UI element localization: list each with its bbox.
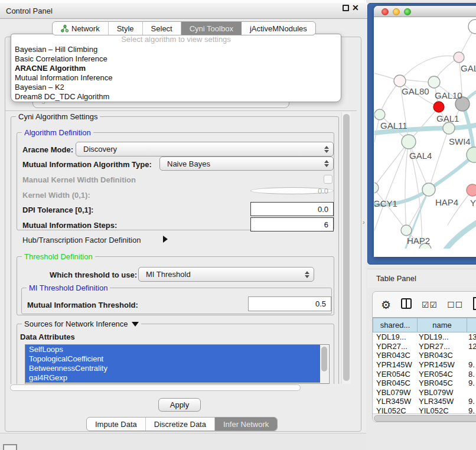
column-header-name[interactable]: name	[418, 318, 467, 332]
table-cell: YDR27...	[374, 342, 418, 351]
tab-cyni-toolbox[interactable]: Cyni Toolbox	[181, 22, 242, 35]
network-node[interactable]	[443, 122, 455, 134]
table-row[interactable]: YBR045CYBR045C9.	[374, 379, 476, 388]
table-horizontal-scrollbar[interactable]	[373, 413, 476, 422]
network-node-gal1[interactable]	[433, 102, 444, 112]
algorithm-option-dream8[interactable]: Dream8 DC_TDC Algorithm	[11, 92, 341, 102]
tab-infer-network[interactable]: Infer Network	[215, 418, 277, 431]
table-cell: YPR145W	[374, 360, 418, 369]
node-label: GAL80	[402, 86, 429, 96]
network-node-gcy1[interactable]	[374, 182, 379, 193]
column-header-sharedname[interactable]: shared...	[373, 318, 418, 332]
tab-label: Network	[71, 24, 100, 33]
deselect-columns-icon[interactable]: ☐☐	[447, 300, 463, 309]
settings-horizontal-scrollbar[interactable]	[8, 384, 351, 392]
aracne-mode-combo[interactable]: Discovery	[76, 142, 334, 156]
table-row[interactable]: YER054CYER054C8.	[374, 369, 476, 379]
table-cell: 12	[466, 342, 476, 351]
hub-expand-arrow-icon[interactable]	[163, 236, 168, 243]
network-node-gal80[interactable]	[394, 75, 406, 87]
which-threshold-combo[interactable]: MI Threshold	[138, 267, 314, 282]
kernel-width-value: 0.0	[318, 187, 328, 195]
network-node-y[interactable]	[467, 184, 476, 196]
network-node-gal10[interactable]	[428, 76, 440, 88]
algorithm-option-bayesian-k2[interactable]: Bayesian – K2	[11, 83, 341, 92]
float-panel-icon[interactable]	[343, 5, 349, 11]
algorithm-option-bayesian-hill-climbing[interactable]: Bayesian – Hill Climbing	[11, 45, 341, 54]
tab-select[interactable]: Select	[143, 22, 181, 35]
dpi-tolerance-field[interactable]: 0.0	[250, 202, 334, 216]
table-row[interactable]: YBR043CYBR043C	[374, 351, 476, 360]
table-toolbar: ⚙ ☑☑ ☐☐	[373, 292, 476, 317]
gear-icon[interactable]: ⚙	[381, 298, 391, 311]
minimize-window-icon[interactable]	[393, 8, 400, 15]
table-cell: 13	[466, 332, 476, 341]
network-node-gal4[interactable]	[402, 135, 416, 149]
control-panel-title: Control Panel	[6, 6, 53, 15]
table-row[interactable]: YPR145WYPR145W9.	[374, 360, 476, 370]
algorithm-option-aracne[interactable]: ARACNE Algorithm	[11, 64, 341, 73]
new-table-icon[interactable]	[472, 296, 476, 312]
split-pane-handle-icon[interactable]: ›	[363, 217, 367, 227]
table-cell: 9.	[466, 379, 476, 387]
table-row[interactable]: YBL079WYBL079W	[374, 388, 476, 397]
column-header-partial[interactable]	[467, 318, 476, 332]
table-cell: YDR27...	[418, 342, 466, 351]
table-row[interactable]: YDR27...YDR27...12	[374, 342, 476, 351]
table-row[interactable]: YLR345WYLR345W9.	[374, 397, 476, 406]
apply-button[interactable]: Apply	[158, 398, 201, 412]
algorithm-option-basic-correlation[interactable]: Basic Correlation Inference	[11, 54, 341, 64]
group-title: MI Threshold Definition	[27, 283, 110, 292]
tab-style[interactable]: Style	[109, 22, 143, 35]
sources-title: Sources for Network Inference	[24, 319, 128, 328]
combo-spinner-icon	[305, 271, 309, 278]
network-edge	[374, 188, 406, 230]
attribute-item-gal4rgexp[interactable]: gal4RGexp	[25, 373, 320, 383]
manual-kernel-checkbox[interactable]	[324, 175, 332, 184]
table-body: YDL19...YDL19...13YDR27...YDR27...12YBR0…	[374, 332, 476, 415]
tab-discretize-data[interactable]: Discretize Data	[146, 418, 215, 431]
settings-vertical-scrollbar[interactable]	[341, 112, 351, 390]
attribute-item-betweennesscentrality[interactable]: BetweennessCentrality	[25, 364, 320, 373]
mi-steps-field[interactable]: 6	[250, 217, 334, 231]
network-node-hap4[interactable]	[422, 183, 435, 196]
split-columns-icon[interactable]	[400, 298, 412, 311]
tab-jactivemnodules[interactable]: jActiveMNodules	[242, 22, 315, 35]
close-panel-icon[interactable]: ✕	[352, 3, 359, 12]
mi-type-combo[interactable]: Naive Bayes	[159, 156, 334, 171]
mi-threshold-value: 0.5	[315, 299, 326, 308]
close-window-icon[interactable]	[382, 8, 389, 15]
network-node-gal11[interactable]	[374, 109, 385, 120]
tab-network[interactable]: Network	[53, 22, 109, 35]
data-attributes-list[interactable]: SelfLoops TopologicalCoefficient Between…	[25, 344, 330, 384]
select-columns-icon[interactable]: ☑☑	[422, 300, 438, 309]
attribute-item-topologicalcoefficient[interactable]: TopologicalCoefficient	[25, 354, 320, 364]
mi-type-label: Mutual Information Algorithm Type:	[22, 160, 152, 169]
network-node[interactable]	[468, 19, 476, 34]
tab-impute-data[interactable]: Impute Data	[87, 418, 146, 431]
network-node-hap2[interactable]	[401, 225, 412, 236]
tab-label: Style	[117, 24, 134, 33]
control-panel-tabbar: Network Style Select Cyni Toolbox jActiv…	[52, 21, 316, 35]
network-edge	[374, 142, 409, 188]
which-threshold-label: Which threshold to use:	[50, 270, 137, 279]
algorithm-option-mutual-information[interactable]: Mutual Information Inference	[11, 73, 341, 83]
network-canvas[interactable]: GALGAL80GAL10GAL1GAL11GAL4SWI4HAP4YGCY1H…	[374, 17, 476, 249]
sources-collapse-arrow-icon[interactable]	[132, 322, 139, 327]
attribute-item-selfloops[interactable]: SelfLoops	[25, 345, 320, 354]
group-title: Cyni Algorithm Settings	[16, 112, 100, 121]
tab-label: jActiveMNodules	[250, 24, 307, 33]
cyni-bottom-tabbar: Impute Data Discretize Data Infer Networ…	[86, 417, 278, 431]
docked-panel-icon[interactable]	[3, 444, 17, 450]
mi-threshold-field[interactable]: 0.5	[248, 296, 331, 311]
node-label: GAL11	[380, 120, 407, 131]
table-row[interactable]: YDL19...YDL19...13	[374, 332, 476, 342]
network-node-gal[interactable]	[454, 52, 464, 63]
table-cell: YBR043C	[374, 351, 418, 360]
zoom-window-icon[interactable]	[404, 8, 411, 15]
algorithm-placeholder: Select algorithm to view settings	[11, 34, 341, 45]
kernel-width-field[interactable]: 0.0	[250, 187, 334, 194]
dpi-tolerance-value: 0.0	[318, 205, 328, 214]
combo-spinner-icon	[324, 146, 329, 153]
attribute-list-scrollbar[interactable]	[320, 345, 328, 383]
